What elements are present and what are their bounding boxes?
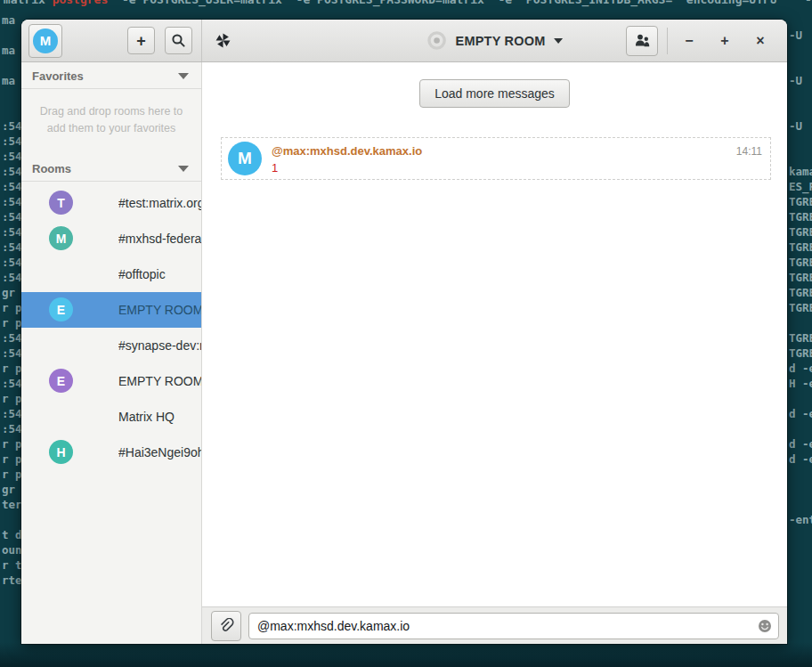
room-name: #Hai3eNgei9ohreeYaiW6f... (118, 445, 201, 460)
pinwheel-icon (215, 33, 231, 48)
message-input[interactable] (248, 613, 779, 639)
room-name: EMPTY ROOM (118, 303, 201, 317)
message-row: M @max:mxhsd.dev.kamax.io 14:11 1 (221, 137, 771, 180)
room-avatar: M (49, 226, 73, 250)
user-avatar: M (33, 28, 58, 53)
chevron-down-icon (554, 38, 563, 44)
close-button[interactable]: × (743, 26, 778, 56)
room-row[interactable]: E EMPTY ROOM (21, 292, 201, 328)
message-timestamp: 14:11 (736, 145, 762, 158)
room-header: EMPTY ROOM − + × (202, 20, 787, 61)
search-button[interactable] (165, 27, 192, 54)
room-name: #synapse-dev:matrix.org (118, 338, 201, 353)
room-title-dropdown[interactable]: EMPTY ROOM (426, 30, 564, 51)
room-name: Matrix HQ (118, 410, 175, 424)
terminal-command-line: matrix postgres -e POSTGRES_USER=matrix … (0, 0, 812, 6)
minimize-button[interactable]: − (671, 26, 707, 56)
window-controls-separator (667, 28, 668, 54)
sidebar-header: M + (21, 20, 202, 61)
room-row[interactable]: T #test:matrix.org (21, 185, 201, 221)
smiley-icon[interactable] (758, 619, 772, 633)
composer-bar (202, 606, 787, 644)
chevron-down-icon (178, 73, 189, 79)
composer-input-wrap (248, 613, 779, 639)
room-title: EMPTY ROOM (456, 34, 546, 48)
room-avatar: H (49, 440, 73, 464)
paperclip-icon (218, 618, 234, 634)
message-sender: @max:mxhsd.dev.kamax.io (272, 144, 422, 158)
room-avatar: E (49, 369, 73, 393)
people-icon (634, 33, 651, 48)
room-name: EMPTY ROOM (118, 374, 201, 388)
terminal-bottom-shade (0, 642, 812, 667)
maximize-button[interactable]: + (707, 26, 743, 56)
room-name: #test:matrix.org (118, 196, 201, 210)
bullseye-icon (426, 30, 447, 51)
app-window: M + EMPTY ROOM (21, 20, 787, 644)
room-avatar: T (49, 191, 73, 215)
chat-pane: Load more messages M @max:mxhsd.dev.kama… (202, 62, 787, 644)
rooms-label: Rooms (32, 162, 71, 175)
window-body: Favorites Drag and drop rooms here to ad… (21, 62, 787, 644)
terminal-right-column: -U -U -U kama ES_P TGRE TGRE TGRE TGRE T… (789, 12, 812, 527)
message-content: @max:mxhsd.dev.kamax.io 14:11 1 (272, 142, 762, 175)
room-list: T #test:matrix.org M #mxhsd-federation-t… (21, 182, 201, 470)
chevron-down-icon (178, 166, 189, 172)
header-bar: M + EMPTY ROOM (21, 20, 787, 62)
terminal-highlight: postgres (53, 0, 109, 6)
plus-icon: + (136, 33, 146, 49)
attach-file-button[interactable] (211, 611, 241, 641)
room-avatar: E (49, 297, 73, 321)
room-row[interactable]: E EMPTY ROOM (21, 363, 201, 399)
favorites-section-header[interactable]: Favorites (21, 62, 201, 89)
room-name: #mxhsd-federation-test:k... (118, 232, 201, 246)
rooms-section-header[interactable]: Rooms (21, 155, 201, 182)
members-button[interactable] (626, 26, 658, 56)
message-body: 1 (272, 161, 762, 175)
user-menu-button[interactable]: M (28, 24, 62, 58)
favorites-label: Favorites (32, 69, 84, 83)
message-sender-avatar: M (228, 142, 262, 175)
room-name: #offtopic (118, 267, 166, 281)
search-icon (171, 33, 186, 48)
add-room-button[interactable]: + (127, 27, 155, 54)
sidebar: Favorites Drag and drop rooms here to ad… (21, 62, 202, 644)
load-more-messages-button[interactable]: Load more messages (419, 79, 570, 108)
room-row[interactable]: M #mxhsd-federation-test:k... (21, 221, 201, 256)
message-history: Load more messages M @max:mxhsd.dev.kama… (202, 62, 787, 606)
room-row[interactable]: H #Hai3eNgei9ohreeYaiW6f... (21, 435, 201, 470)
room-row[interactable]: Matrix HQ (21, 399, 201, 435)
room-row[interactable]: #offtopic (21, 256, 201, 292)
room-row[interactable]: #synapse-dev:matrix.org (21, 328, 201, 363)
favorites-hint: Drag and drop rooms here to add them to … (21, 89, 201, 155)
